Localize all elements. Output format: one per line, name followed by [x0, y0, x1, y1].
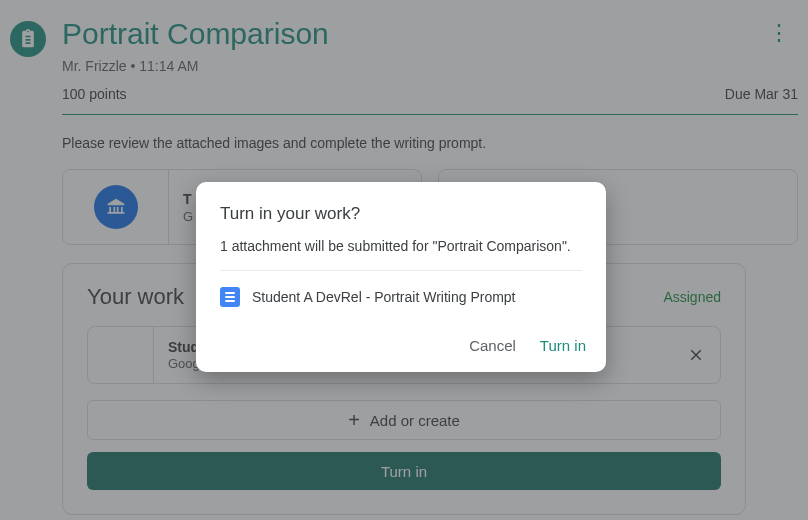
dialog-turn-in-button[interactable]: Turn in — [540, 337, 586, 354]
cancel-button[interactable]: Cancel — [469, 337, 516, 354]
dialog-body: 1 attachment will be submitted for "Port… — [196, 238, 606, 270]
dialog-title: Turn in your work? — [196, 204, 606, 238]
dialog-file-row: Student A DevRel - Portrait Writing Prom… — [196, 271, 606, 325]
turn-in-dialog: Turn in your work? 1 attachment will be … — [196, 182, 606, 372]
google-docs-icon — [220, 287, 240, 307]
dialog-file-name: Student A DevRel - Portrait Writing Prom… — [252, 289, 516, 305]
dialog-actions: Cancel Turn in — [196, 325, 606, 358]
